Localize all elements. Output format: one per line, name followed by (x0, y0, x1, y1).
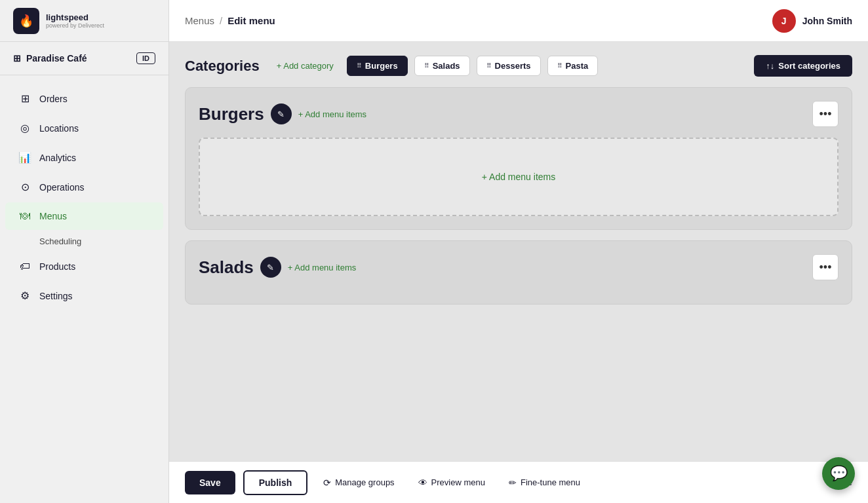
sidebar-item-scheduling[interactable]: Scheduling (5, 231, 163, 252)
breadcrumb-current: Edit menu (227, 15, 275, 26)
burgers-section: Burgers ✎ + Add menu items ••• + Add men… (185, 87, 852, 230)
breadcrumb: Menus / Edit menu (185, 15, 275, 26)
publish-button[interactable]: Publish (243, 470, 308, 495)
logo-sub: powered by Deliverect (46, 22, 104, 29)
sidebar-item-locations[interactable]: ◎ Locations (5, 114, 163, 142)
user-info: J John Smith (772, 9, 852, 33)
sidebar-item-menus-label: Menus (39, 211, 67, 221)
main-area: Menus / Edit menu J John Smith Categorie… (169, 0, 868, 503)
user-name: John Smith (802, 16, 852, 26)
content-area: Categories + Add category ⠿ Burgers ⠿ Sa… (169, 42, 868, 461)
chat-button[interactable]: 💬 (822, 457, 855, 490)
menus-icon: 🍽 (18, 210, 31, 222)
manage-groups-icon: ⟳ (323, 477, 331, 488)
save-button[interactable]: Save (185, 471, 235, 494)
sort-categories-button[interactable]: ↑↓ Sort categories (754, 55, 852, 77)
locations-icon: ◎ (18, 122, 31, 134)
drag-handle-desserts: ⠿ (486, 62, 491, 69)
breadcrumb-menus-link[interactable]: Menus (185, 15, 214, 26)
manage-groups-button[interactable]: ⟳ Manage groups (315, 472, 402, 493)
category-chip-burgers[interactable]: ⠿ Burgers (347, 56, 408, 76)
analytics-icon: 📊 (18, 151, 31, 164)
salads-more-button[interactable]: ••• (812, 254, 838, 280)
preview-menu-button[interactable]: 👁 Preview menu (410, 472, 493, 493)
salads-more-dots-icon: ••• (819, 261, 832, 274)
burgers-section-header: Burgers ✎ + Add menu items ••• (199, 101, 838, 127)
sidebar-item-orders-label: Orders (39, 94, 68, 104)
venue-icon: ⊞ (13, 53, 21, 64)
salads-edit-button[interactable]: ✎ (260, 257, 281, 278)
burgers-more-button[interactable]: ••• (812, 101, 838, 127)
venue-name: ⊞ Paradise Café (13, 53, 87, 64)
category-chip-desserts[interactable]: ⠿ Desserts (477, 56, 541, 76)
category-chip-desserts-label: Desserts (495, 61, 531, 71)
products-icon: 🏷 (18, 261, 31, 272)
fine-tune-button[interactable]: ✏ Fine-tune menu (501, 472, 588, 493)
operations-icon: ⊙ (18, 181, 31, 193)
sidebar-item-operations[interactable]: ⊙ Operations (5, 173, 163, 201)
sidebar-item-menus[interactable]: 🍽 Menus (5, 202, 163, 230)
nav-section: ⊞ Orders ◎ Locations 📊 Analytics ⊙ Opera… (0, 75, 168, 503)
header: Menus / Edit menu J John Smith (169, 0, 868, 42)
sidebar-item-products[interactable]: 🏷 Products (5, 253, 163, 280)
breadcrumb-separator: / (220, 15, 222, 26)
category-chip-pasta[interactable]: ⠿ Pasta (547, 56, 599, 76)
sidebar-item-orders[interactable]: ⊞ Orders (5, 84, 163, 113)
salads-section: Salads ✎ + Add menu items ••• (185, 240, 852, 305)
burgers-placeholder-text: + Add menu items (482, 172, 555, 182)
salads-add-items-link[interactable]: + Add menu items (288, 263, 356, 272)
sidebar-item-operations-label: Operations (39, 182, 84, 193)
drag-handle-burgers: ⠿ (357, 62, 361, 69)
sort-icon: ↑↓ (766, 61, 774, 71)
burgers-add-items-link[interactable]: + Add menu items (298, 109, 366, 119)
sidebar-item-analytics[interactable]: 📊 Analytics (5, 143, 163, 172)
logo-icon: 🔥 (13, 8, 39, 34)
sidebar-item-products-label: Products (39, 261, 75, 272)
more-dots-icon: ••• (819, 107, 832, 121)
categories-label: Categories (185, 58, 260, 75)
avatar: J (772, 9, 796, 33)
categories-bar: Categories + Add category ⠿ Burgers ⠿ Sa… (185, 55, 852, 77)
chat-icon: 💬 (830, 465, 848, 482)
sidebar-item-settings-label: Settings (39, 291, 73, 301)
sidebar: 🔥 lightspeed powered by Deliverect ⊞ Par… (0, 0, 169, 503)
venue-row: ⊞ Paradise Café ID (0, 42, 168, 75)
fine-tune-icon: ✏ (509, 477, 517, 488)
id-badge[interactable]: ID (136, 52, 155, 64)
category-chip-salads[interactable]: ⠿ Salads (414, 56, 470, 76)
sidebar-item-scheduling-label: Scheduling (39, 236, 81, 246)
salads-edit-icon: ✎ (267, 263, 274, 272)
burgers-title: Burgers (199, 104, 264, 124)
bottom-toolbar: Save Publish ⟳ Manage groups 👁 Preview m… (169, 461, 868, 503)
salads-title: Salads (199, 257, 254, 278)
add-category-button[interactable]: + Add category (270, 57, 340, 75)
sidebar-item-locations-label: Locations (39, 123, 79, 134)
edit-icon: ✎ (277, 109, 285, 119)
flame-icon: 🔥 (19, 14, 33, 28)
drag-handle-pasta: ⠿ (557, 62, 562, 69)
salads-section-header: Salads ✎ + Add menu items ••• (199, 254, 838, 280)
category-chip-salads-label: Salads (433, 61, 460, 71)
settings-icon: ⚙ (18, 289, 31, 302)
logo-brand: lightspeed (46, 12, 104, 22)
sidebar-item-settings[interactable]: ⚙ Settings (5, 282, 163, 310)
logo: 🔥 lightspeed powered by Deliverect (0, 0, 168, 42)
category-chip-pasta-label: Pasta (566, 61, 589, 71)
category-chip-burgers-label: Burgers (365, 61, 398, 71)
drag-handle-salads: ⠿ (424, 62, 429, 69)
logo-text: lightspeed powered by Deliverect (46, 12, 104, 29)
preview-icon: 👁 (418, 477, 427, 488)
sidebar-item-analytics-label: Analytics (39, 153, 76, 163)
orders-icon: ⊞ (18, 92, 31, 105)
burgers-add-placeholder[interactable]: + Add menu items (199, 138, 838, 216)
burgers-edit-button[interactable]: ✎ (271, 103, 292, 124)
